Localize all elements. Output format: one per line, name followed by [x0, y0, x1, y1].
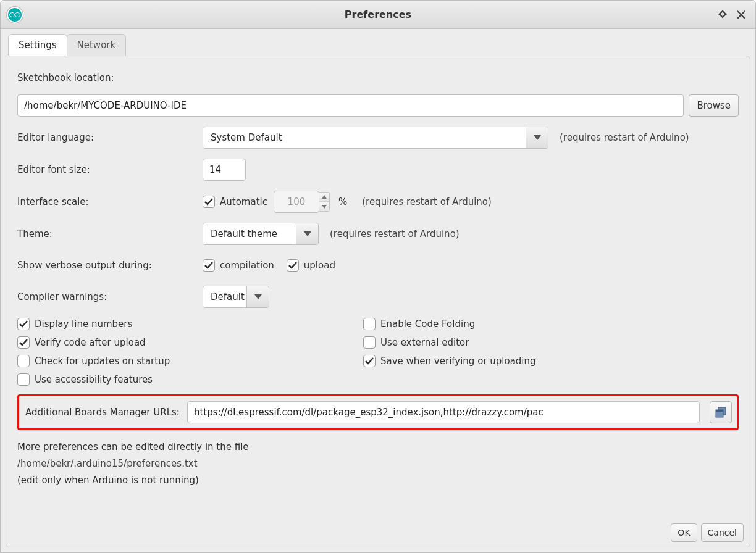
window-title: Preferences — [1, 9, 755, 20]
accessibility-label: Use accessibility features — [35, 374, 153, 385]
verify-after-upload-label: Verify code after upload — [35, 337, 146, 348]
verify-after-upload-checkbox[interactable]: Verify code after upload — [17, 336, 363, 349]
tab-settings[interactable]: Settings — [8, 34, 67, 56]
scale-hint: (requires restart of Arduino) — [362, 196, 492, 207]
footer-line-1: More preferences can be edited directly … — [17, 439, 739, 455]
dialog-buttons: OK Cancel — [671, 523, 744, 542]
open-urls-dialog-button[interactable] — [710, 401, 732, 423]
spinner-up-icon[interactable] — [319, 193, 329, 202]
minimize-icon[interactable] — [717, 9, 728, 20]
warnings-value: Default — [203, 286, 246, 307]
theme-select[interactable]: Default theme — [203, 223, 319, 245]
arduino-icon — [7, 7, 23, 23]
scale-value — [274, 191, 319, 213]
scale-auto-checkbox[interactable]: Automatic — [203, 196, 267, 208]
close-icon[interactable] — [736, 9, 747, 20]
settings-panel: Sketchbook location: Browse Editor langu… — [6, 56, 750, 547]
sketchbook-label: Sketchbook location: — [17, 72, 114, 83]
save-when-verifying-checkbox[interactable]: Save when verifying or uploading — [363, 355, 536, 367]
verbose-label: Show verbose output during: — [17, 260, 203, 271]
fontsize-label: Editor font size: — [17, 164, 203, 175]
fontsize-input[interactable] — [203, 159, 246, 181]
theme-label: Theme: — [17, 228, 203, 239]
svg-rect-9 — [716, 410, 723, 412]
display-line-numbers-label: Display line numbers — [35, 318, 132, 330]
scale-auto-label: Automatic — [220, 196, 267, 207]
verbose-compilation-label: compilation — [220, 260, 274, 271]
svg-marker-5 — [304, 231, 311, 236]
svg-marker-6 — [254, 294, 262, 299]
svg-marker-3 — [322, 195, 327, 199]
checkbox-grid: Display line numbers Verify code after u… — [17, 318, 739, 386]
save-when-verifying-label: Save when verifying or uploading — [380, 356, 536, 367]
check-updates-checkbox[interactable]: Check for updates on startup — [17, 355, 363, 367]
external-editor-checkbox[interactable]: Use external editor — [363, 336, 536, 349]
svg-marker-4 — [322, 205, 327, 209]
ok-button[interactable]: OK — [671, 523, 697, 542]
client-area: Settings Network Sketchbook location: Br… — [1, 29, 755, 552]
scale-suffix: % — [338, 196, 347, 207]
scale-label: Interface scale: — [17, 196, 203, 207]
verbose-upload-label: upload — [304, 260, 335, 271]
scale-spinner[interactable] — [274, 191, 330, 213]
tab-network[interactable]: Network — [67, 34, 127, 56]
verbose-compilation-checkbox[interactable]: compilation — [203, 259, 274, 272]
language-label: Editor language: — [17, 132, 203, 143]
footer-line-3: (edit only when Arduino is not running) — [17, 472, 739, 489]
window-stack-icon — [715, 407, 726, 418]
chevron-down-icon — [296, 223, 318, 244]
cancel-button[interactable]: Cancel — [701, 523, 744, 542]
display-line-numbers-checkbox[interactable]: Display line numbers — [17, 318, 363, 330]
theme-value: Default theme — [203, 223, 296, 244]
spinner-down-icon[interactable] — [319, 202, 329, 211]
verbose-upload-checkbox[interactable]: upload — [287, 259, 335, 272]
chevron-down-icon — [246, 286, 269, 307]
accessibility-checkbox[interactable]: Use accessibility features — [17, 373, 363, 386]
warnings-select[interactable]: Default — [203, 286, 269, 308]
chevron-down-icon — [526, 127, 548, 148]
svg-marker-2 — [534, 135, 541, 140]
preferences-window: Preferences Settings Network Sketchbook … — [0, 0, 756, 553]
boards-urls-label: Additional Boards Manager URLs: — [24, 407, 180, 418]
footer-line-2: /home/bekr/.arduino15/preferences.txt — [17, 455, 739, 472]
check-updates-label: Check for updates on startup — [35, 356, 170, 367]
code-folding-label: Enable Code Folding — [380, 318, 475, 330]
warnings-label: Compiler warnings: — [17, 291, 203, 302]
language-hint: (requires restart of Arduino) — [560, 132, 689, 143]
tab-bar: Settings Network — [6, 34, 750, 56]
external-editor-label: Use external editor — [380, 337, 469, 348]
boards-manager-urls-row: Additional Boards Manager URLs: — [17, 394, 739, 430]
sketchbook-input[interactable] — [17, 94, 684, 117]
theme-hint: (requires restart of Arduino) — [330, 228, 460, 239]
code-folding-checkbox[interactable]: Enable Code Folding — [363, 318, 536, 330]
language-select[interactable]: System Default — [203, 127, 548, 149]
browse-button[interactable]: Browse — [689, 94, 739, 117]
boards-urls-input[interactable] — [187, 401, 700, 423]
titlebar: Preferences — [1, 1, 755, 29]
language-value: System Default — [203, 127, 526, 148]
footer-info: More preferences can be edited directly … — [17, 439, 739, 489]
